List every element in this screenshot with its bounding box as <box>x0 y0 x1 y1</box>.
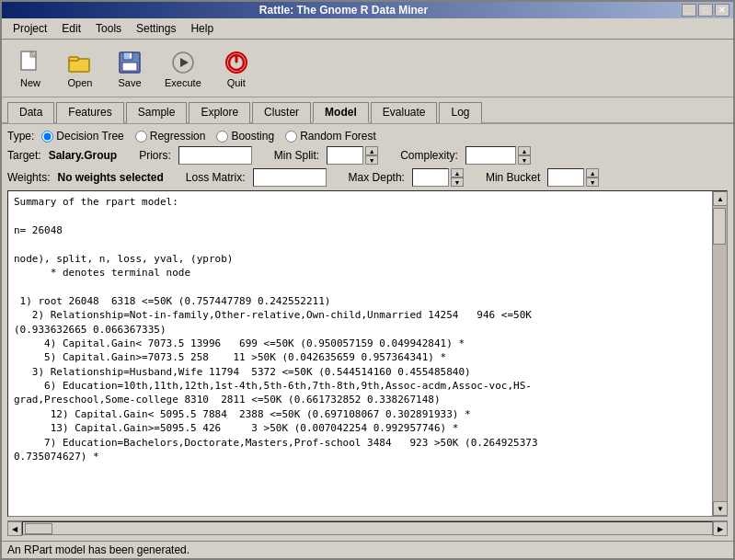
tab-log[interactable]: Log <box>439 102 481 123</box>
loss-matrix-label: Loss Matrix: <box>186 171 246 184</box>
minimize-button[interactable]: _ <box>682 4 696 17</box>
tab-evaluate[interactable]: Evaluate <box>371 102 438 123</box>
min-bucket-down[interactable]: ▼ <box>586 177 599 187</box>
min-split-up[interactable]: ▲ <box>365 146 378 155</box>
open-icon <box>65 48 95 77</box>
open-button[interactable]: Open <box>57 43 103 93</box>
svg-rect-4 <box>69 57 78 61</box>
regression-label: Regression <box>150 130 206 143</box>
new-button[interactable]: New <box>7 43 53 93</box>
max-depth-label: Max Depth: <box>349 171 405 184</box>
radio-random-forest[interactable]: Random Forest <box>285 130 376 143</box>
scroll-left-button[interactable]: ◀ <box>7 521 22 536</box>
menu-settings[interactable]: Settings <box>129 20 183 37</box>
min-split-label: Min Split: <box>274 149 319 162</box>
max-depth-input[interactable]: 30 <box>412 168 449 187</box>
main-window: Rattle: The Gnome R Data Miner _ □ ✕ Pro… <box>0 0 735 560</box>
menu-bar: Project Edit Tools Settings Help <box>2 18 733 40</box>
type-label: Type: <box>7 130 34 143</box>
max-depth-field: 30 ▲ ▼ <box>412 168 464 187</box>
title-buttons: _ □ ✕ <box>682 4 729 17</box>
weights-label: Weights: <box>7 171 50 184</box>
tab-data[interactable]: Data <box>7 102 54 123</box>
quit-button[interactable]: Quit <box>213 43 259 93</box>
tab-explore[interactable]: Explore <box>189 102 250 123</box>
tab-cluster[interactable]: Cluster <box>252 102 311 123</box>
status-text: An RPart model has been generated. <box>7 543 189 556</box>
toolbar: New Open Save <box>2 40 733 97</box>
svg-rect-8 <box>130 53 132 58</box>
svg-rect-7 <box>122 63 137 71</box>
menu-help[interactable]: Help <box>183 20 221 37</box>
menu-project[interactable]: Project <box>6 20 54 37</box>
tab-model[interactable]: Model <box>313 102 369 123</box>
h-scroll-track[interactable] <box>22 521 713 535</box>
decision-tree-label: Decision Tree <box>56 130 123 143</box>
min-bucket-label: Min Bucket <box>486 171 540 184</box>
close-button[interactable]: ✕ <box>715 4 729 17</box>
target-value: Salary.Group <box>49 149 117 162</box>
save-icon <box>115 48 144 77</box>
complexity-input[interactable]: 0.0100 <box>465 146 516 165</box>
output-text[interactable]: Summary of the rpart model: n= 26048 nod… <box>8 191 712 516</box>
priors-label: Priors: <box>139 149 171 162</box>
loss-matrix-input[interactable] <box>253 168 327 187</box>
status-bar: An RPart model has been generated. <box>2 541 733 558</box>
radio-group: Decision Tree Regression Boosting Random… <box>41 130 375 143</box>
max-depth-spinner: ▲ ▼ <box>451 168 464 187</box>
maximize-button[interactable]: □ <box>698 4 713 17</box>
min-bucket-input[interactable]: 7 <box>547 168 584 187</box>
horizontal-scroll-row: ◀ ▶ <box>7 520 728 535</box>
random-forest-label: Random Forest <box>300 130 376 143</box>
output-area: Summary of the rpart model: n= 26048 nod… <box>7 190 728 517</box>
complexity-field: 0.0100 ▲ ▼ <box>465 146 531 165</box>
min-split-spinner: ▲ ▼ <box>365 146 378 165</box>
title-bar: Rattle: The Gnome R Data Miner _ □ ✕ <box>2 2 733 18</box>
scroll-thumb[interactable] <box>713 208 726 245</box>
window-title: Rattle: The Gnome R Data Miner <box>6 4 682 17</box>
min-bucket-spinner: ▲ ▼ <box>586 168 599 187</box>
vertical-scrollbar: ▲ ▼ <box>712 191 727 516</box>
tab-sample[interactable]: Sample <box>126 102 188 123</box>
radio-boosting[interactable]: Boosting <box>216 130 274 143</box>
complexity-down[interactable]: ▼ <box>518 155 531 165</box>
min-split-field: 20 ▲ ▼ <box>327 146 378 165</box>
model-type-row: Type: Decision Tree Regression Boosting … <box>7 130 728 143</box>
execute-icon <box>168 48 198 77</box>
boosting-label: Boosting <box>231 130 274 143</box>
complexity-spinner: ▲ ▼ <box>518 146 531 165</box>
scroll-up-button[interactable]: ▲ <box>713 191 728 206</box>
h-scroll-thumb[interactable] <box>25 523 52 534</box>
execute-button[interactable]: Execute <box>156 43 210 93</box>
min-bucket-up[interactable]: ▲ <box>586 168 599 177</box>
scroll-down-button[interactable]: ▼ <box>713 501 728 516</box>
tabs-row: Data Features Sample Explore Cluster Mod… <box>2 97 733 124</box>
min-split-input[interactable]: 20 <box>327 146 363 165</box>
max-depth-down[interactable]: ▼ <box>451 177 464 187</box>
scroll-track[interactable] <box>713 206 727 501</box>
weights-value: No weights selected <box>57 171 163 184</box>
max-depth-up[interactable]: ▲ <box>451 168 464 177</box>
menu-edit[interactable]: Edit <box>54 20 88 37</box>
params-row-1: Target: Salary.Group Priors: Min Split: … <box>7 146 728 165</box>
save-button[interactable]: Save <box>107 43 153 93</box>
complexity-label: Complexity: <box>400 149 458 162</box>
radio-regression[interactable]: Regression <box>135 130 206 143</box>
min-split-down[interactable]: ▼ <box>365 155 378 165</box>
priors-input[interactable] <box>178 146 252 165</box>
quit-icon <box>222 48 251 77</box>
tab-features[interactable]: Features <box>56 102 123 123</box>
content-area: Type: Decision Tree Regression Boosting … <box>2 124 733 541</box>
complexity-up[interactable]: ▲ <box>518 146 531 155</box>
new-icon <box>16 48 45 77</box>
radio-decision-tree[interactable]: Decision Tree <box>41 130 123 143</box>
menu-tools[interactable]: Tools <box>88 20 129 37</box>
min-bucket-field: 7 ▲ ▼ <box>547 168 599 187</box>
target-label: Target: <box>7 149 41 162</box>
scroll-right-button[interactable]: ▶ <box>713 521 728 536</box>
params-row-2: Weights: No weights selected Loss Matrix… <box>7 168 728 187</box>
